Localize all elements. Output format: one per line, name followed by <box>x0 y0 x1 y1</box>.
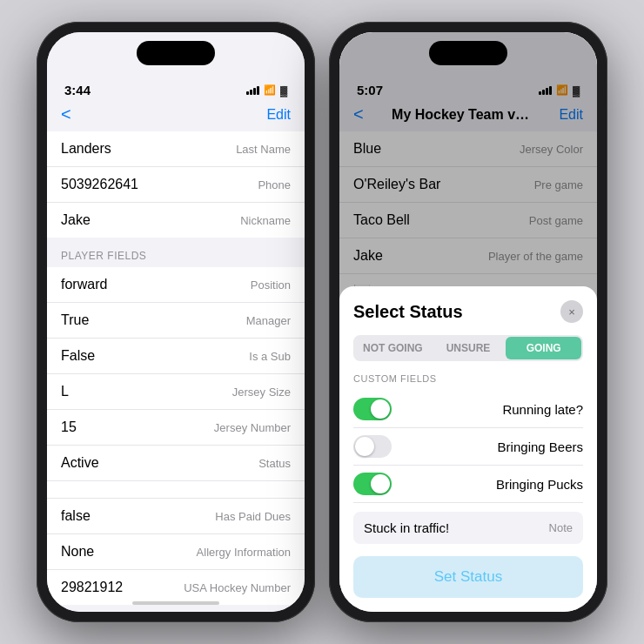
home-indicator-left <box>132 601 219 605</box>
wifi-icon-left: 📶 <box>264 84 276 96</box>
dues-value: false <box>61 508 91 524</box>
status-label: Status <box>258 457 291 470</box>
left-list-content: Landers Last Name 5039262641 Phone Jake … <box>47 131 305 612</box>
dues-label: Has Paid Dues <box>215 510 291 523</box>
custom-field-label-running-late: Running late? <box>502 402 583 417</box>
battery-icon-left: ▓ <box>280 85 287 96</box>
list-item-issub[interactable]: False Is a Sub <box>47 339 305 374</box>
toggle-knob-pucks <box>371 474 390 493</box>
status-selector: NOT GOING UNSURE GOING <box>353 335 583 361</box>
phone-value: 5039262641 <box>61 177 138 192</box>
issub-label: Is a Sub <box>249 350 291 363</box>
modal-title: Select Status <box>353 302 463 322</box>
status-not-going-button[interactable]: NOT GOING <box>355 337 431 359</box>
right-phone: 5:07 📶 ▓ < My Hockey Team vs Puck No... … <box>329 22 607 622</box>
note-field[interactable]: Stuck in traffic! Note <box>353 512 583 544</box>
custom-field-running-late: Running late? <box>353 391 583 428</box>
list-item-usahockey[interactable]: 29821912 USA Hockey Number <box>47 570 305 605</box>
list-item-status[interactable]: Active Status <box>47 446 305 481</box>
toggle-running-late[interactable] <box>353 398 392 420</box>
note-value: Stuck in traffic! <box>364 520 449 535</box>
modal-close-button[interactable]: × <box>560 300 583 323</box>
modal-header: Select Status × <box>353 300 583 323</box>
list-item-allergy[interactable]: None Allergy Information <box>47 534 305 570</box>
left-basic-section: Landers Last Name 5039262641 Phone Jake … <box>47 131 305 238</box>
position-label: Position <box>251 278 291 292</box>
set-status-button[interactable]: Set Status <box>353 556 583 598</box>
phone-label: Phone <box>258 178 291 191</box>
usahockey-label: USA Hockey Number <box>184 581 291 594</box>
status-value: Active <box>61 455 99 471</box>
left-player-section: forward Position True Manager False Is a… <box>47 267 305 605</box>
list-item-manager[interactable]: True Manager <box>47 303 305 339</box>
custom-field-pucks: Bringing Pucks <box>353 466 583 503</box>
toggle-pucks[interactable] <box>353 473 392 495</box>
edit-button-left[interactable]: Edit <box>266 107 291 123</box>
modal-sheet: Select Status × NOT GOING UNSURE GOING C… <box>339 286 597 612</box>
status-going-button[interactable]: GOING <box>506 337 581 359</box>
list-item-jerseysize[interactable]: L Jersey Size <box>47 374 305 410</box>
right-phone-screen: 5:07 📶 ▓ < My Hockey Team vs Puck No... … <box>339 32 597 612</box>
toggle-beers[interactable] <box>353 435 392 458</box>
dynamic-island-left <box>137 41 215 65</box>
player-fields-header: PLAYER FIELDS <box>47 238 305 267</box>
list-item-spacer <box>47 481 305 499</box>
jerseynumber-value: 15 <box>61 419 77 435</box>
jerseysize-label: Jersey Size <box>232 386 291 399</box>
note-label: Note <box>549 521 573 534</box>
custom-field-label-pucks: Bringing Pucks <box>496 477 583 492</box>
nickname-label: Nickname <box>240 214 291 227</box>
list-item-position[interactable]: forward Position <box>47 267 305 303</box>
position-value: forward <box>61 277 107 292</box>
left-phone-screen: 3:44 📶 ▓ < Edit <box>47 32 305 612</box>
status-unsure-button[interactable]: UNSURE <box>431 337 506 359</box>
nav-bar-left: < Edit <box>47 101 305 131</box>
status-time-left: 3:44 <box>64 83 91 97</box>
status-icons-left: 📶 ▓ <box>246 84 287 96</box>
back-button-left[interactable]: < <box>61 104 71 124</box>
list-item-jerseynumber[interactable]: 15 Jersey Number <box>47 410 305 446</box>
status-bar-left: 3:44 📶 ▓ <box>47 72 305 101</box>
issub-value: False <box>61 348 95 364</box>
jerseynumber-label: Jersey Number <box>214 421 291 434</box>
usahockey-value: 29821912 <box>61 580 123 595</box>
custom-field-beers: Bringing Beers <box>353 428 583 466</box>
custom-field-label-beers: Bringing Beers <box>498 439 583 454</box>
allergy-value: None <box>61 544 94 560</box>
manager-value: True <box>61 312 89 328</box>
list-item-lastname[interactable]: Landers Last Name <box>47 131 305 167</box>
list-item-nickname[interactable]: Jake Nickname <box>47 203 305 238</box>
manager-label: Manager <box>246 314 291 327</box>
lastname-label: Last Name <box>236 143 291 156</box>
list-item-dues[interactable]: false Has Paid Dues <box>47 499 305 534</box>
nickname-value: Jake <box>61 212 91 228</box>
custom-fields-header: CUSTOM FIELDS <box>353 373 583 384</box>
lastname-value: Landers <box>61 141 111 157</box>
allergy-label: Allergy Information <box>197 546 291 559</box>
left-phone: 3:44 📶 ▓ < Edit <box>37 22 315 622</box>
jerseysize-value: L <box>61 384 69 399</box>
list-item-phone[interactable]: 5039262641 Phone <box>47 167 305 203</box>
toggle-knob-running-late <box>371 399 390 419</box>
signal-icon-left <box>246 86 259 95</box>
toggle-knob-beers <box>355 437 374 456</box>
